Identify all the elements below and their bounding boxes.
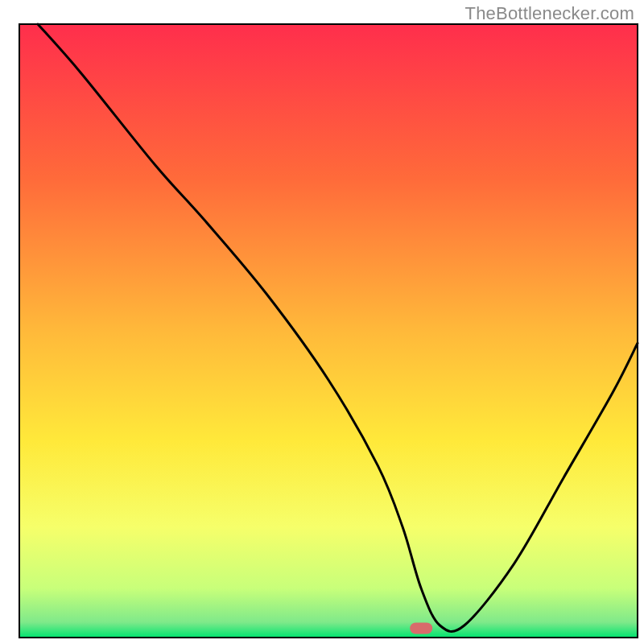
chart-container: TheBottlenecker.com xyxy=(0,0,644,644)
bottleneck-chart xyxy=(0,0,644,644)
gradient-background xyxy=(19,24,638,638)
optimal-marker xyxy=(410,623,432,634)
